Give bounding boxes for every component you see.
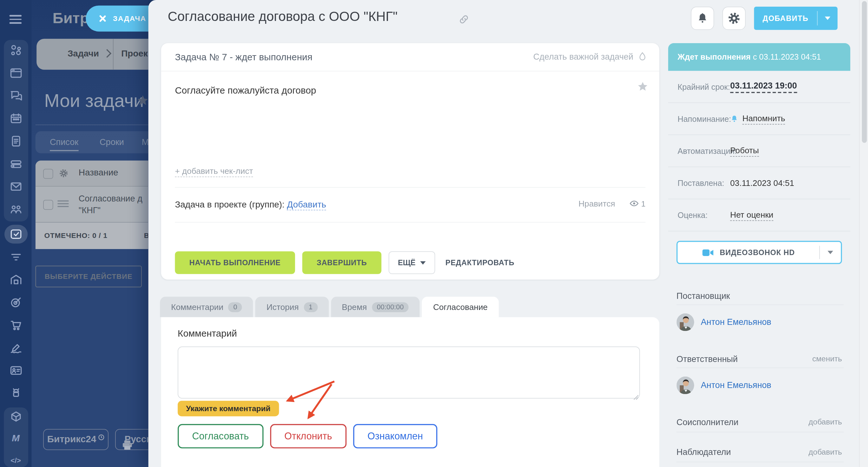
dimmed-task-list-page: Битрикс24 Задачи Проек Мои задачи Список… <box>31 0 148 467</box>
page-title: Мои задачи <box>44 90 144 111</box>
select-all-checkbox[interactable] <box>43 169 53 179</box>
field-reminder: Напоминание: Напомнить <box>668 103 850 135</box>
field-rating: Оценка: Нет оценки <box>668 199 850 231</box>
chevron-down-icon[interactable] <box>820 251 841 254</box>
tab-approval[interactable]: Согласование <box>422 297 499 317</box>
rating-link[interactable]: Нет оценки <box>730 209 773 220</box>
teams-icon[interactable] <box>9 202 23 216</box>
change-responsible-link[interactable]: сменить <box>812 354 842 363</box>
m-app-icon[interactable]: M <box>0 433 31 444</box>
drag-handle-icon[interactable] <box>57 198 68 209</box>
settings-gear-button[interactable] <box>722 7 746 30</box>
crm-funnel-icon[interactable] <box>9 250 23 264</box>
add-coexecutor-link[interactable]: добавить <box>809 417 842 426</box>
eye-icon <box>629 200 639 207</box>
approve-button[interactable]: Согласовать <box>178 424 263 448</box>
tab-badge: 0 <box>228 302 242 312</box>
boxes-icon[interactable] <box>9 410 23 424</box>
gear-icon <box>727 12 741 25</box>
row-checkbox[interactable] <box>43 200 53 210</box>
bell-icon <box>696 12 708 24</box>
tasks-icon[interactable] <box>9 227 23 241</box>
view-tab-list[interactable]: Список <box>50 137 79 151</box>
creator-heading: Постановщик <box>676 291 730 301</box>
approval-card: Комментарий Укажите комментарий Согласов… <box>161 317 659 467</box>
more-button[interactable]: ЕЩЁ <box>389 251 435 274</box>
app-sidebar: M </> <box>0 0 31 467</box>
acknowledged-button[interactable]: Ознакомлен <box>353 424 437 448</box>
table-row[interactable]: Согласование д"КНГ" <box>35 187 149 222</box>
decline-button[interactable]: Отклонить <box>270 424 346 448</box>
android-app-icon[interactable] <box>9 386 23 400</box>
drive-icon[interactable] <box>9 157 23 171</box>
tab-history[interactable]: История 1 <box>255 297 329 317</box>
tab-tasks[interactable]: Задачи <box>68 49 99 59</box>
favorite-star-icon[interactable] <box>137 94 149 108</box>
finish-task-button[interactable]: ЗАВЕРШИТЬ <box>302 251 381 274</box>
marketing-target-icon[interactable] <box>9 295 23 309</box>
resize-handle[interactable] <box>633 393 639 402</box>
flame-icon <box>638 52 647 62</box>
task-tabs: Комментарии 0 История 1 Время 00:00:00 С… <box>160 297 501 317</box>
warehouse-icon[interactable] <box>9 272 23 286</box>
column-header-name[interactable]: Название <box>79 168 118 178</box>
tab-comments[interactable]: Комментарии 0 <box>160 297 253 317</box>
video-camera-icon <box>702 248 714 257</box>
close-badge-label: ЗАДАЧА <box>113 14 146 23</box>
network-icon[interactable] <box>9 43 23 57</box>
printer-icon <box>121 439 133 454</box>
responsible-heading: Ответственный <box>676 354 738 364</box>
shop-cart-icon[interactable] <box>9 318 23 332</box>
add-button[interactable]: ДОБАВИТЬ <box>754 7 838 30</box>
add-checklist-link[interactable]: + добавить чек-лист <box>175 166 253 177</box>
make-important-button[interactable]: Сделать важной задачей <box>533 52 647 62</box>
bitrix24-footer-button[interactable]: Битрикс24 <box>43 429 108 450</box>
responsible-person[interactable]: Антон Емельянов <box>676 377 771 394</box>
copy-link-icon[interactable] <box>458 14 469 27</box>
deadline-value[interactable]: 03.11.2023 19:00 <box>730 81 797 93</box>
contacts-card-icon[interactable] <box>9 363 23 377</box>
avatar <box>676 377 694 394</box>
scrollbar-thumb[interactable] <box>862 1 867 143</box>
chevron-down-icon[interactable] <box>817 17 838 20</box>
favorite-star-icon[interactable] <box>637 81 648 94</box>
video-call-button[interactable]: ВИДЕОЗВОНОК HD <box>676 241 842 264</box>
reminder-link[interactable]: Напомнить <box>742 113 785 124</box>
calendar-icon[interactable] <box>9 111 23 126</box>
sites-icon[interactable] <box>9 66 23 80</box>
mail-icon[interactable] <box>9 179 23 193</box>
like-button[interactable]: Нравится <box>578 198 615 208</box>
start-task-button[interactable]: НАЧАТЬ ВЫПОЛНЕНИЕ <box>175 251 295 274</box>
robots-link[interactable]: Роботы <box>730 145 759 156</box>
field-deadline: Крайний срок: 03.11.2023 19:00 <box>668 71 850 103</box>
tab-projects[interactable]: Проек <box>121 49 148 59</box>
task-title: Согласование договора с ООО "КНГ" <box>168 9 398 25</box>
chat-icon[interactable] <box>9 89 23 103</box>
notifications-bell-button[interactable] <box>691 7 714 30</box>
choose-action-button[interactable]: ВЫБЕРИТЕ ДЕЙСТВИЕ <box>35 266 142 287</box>
developer-code-icon[interactable]: </> <box>0 456 31 464</box>
view-tab-deadlines[interactable]: Сроки <box>100 137 124 147</box>
chevron-right-icon <box>103 49 111 58</box>
view-tab-more[interactable]: М <box>142 137 149 147</box>
creator-person[interactable]: Антон Емельянов <box>676 313 771 331</box>
sign-icon[interactable] <box>9 340 23 355</box>
row-task-title[interactable]: Согласование д"КНГ" <box>79 193 143 216</box>
field-automation: Автоматизация: Роботы <box>668 135 850 167</box>
comment-input[interactable] <box>178 346 640 399</box>
avatar <box>676 313 694 331</box>
project-row: Задача в проекте (группе): Добавить <box>175 200 326 210</box>
vertical-scrollbar[interactable] <box>859 0 868 467</box>
chevron-down-icon <box>420 261 426 264</box>
close-icon[interactable] <box>98 14 106 23</box>
table-gear-icon[interactable] <box>59 168 68 180</box>
edit-button[interactable]: РЕДАКТИРОВАТЬ <box>445 258 514 267</box>
task-details-sidebar: Ждет выполнения с 03.11.2023 04:51 Крайн… <box>668 43 850 467</box>
tab-time[interactable]: Время 00:00:00 <box>331 297 420 317</box>
menu-icon[interactable] <box>9 15 22 24</box>
add-observer-link[interactable]: добавить <box>809 447 842 456</box>
project-add-link[interactable]: Добавить <box>287 200 326 210</box>
page-tabs: Задачи Проек <box>36 39 148 70</box>
documents-icon[interactable] <box>9 134 23 148</box>
views-counter: 1 <box>629 199 645 208</box>
